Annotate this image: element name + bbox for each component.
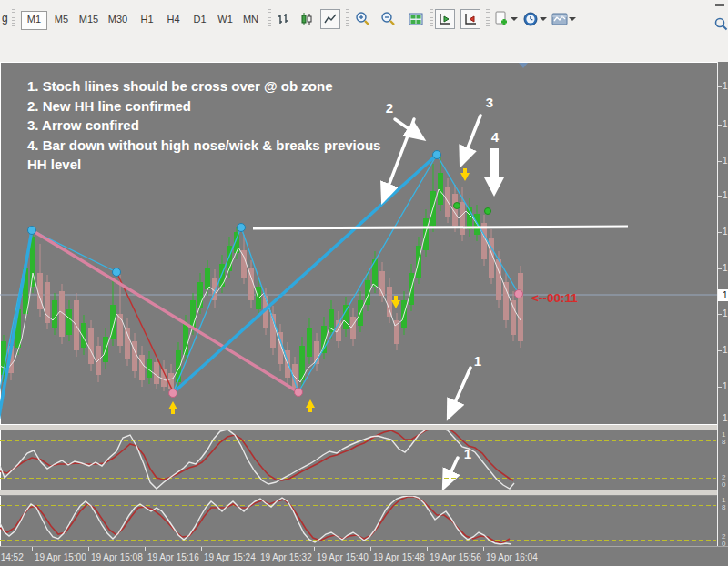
time-axis-tick bbox=[88, 547, 89, 551]
current-price-label: 1 bbox=[718, 289, 728, 301]
toolbar: g M1 M5 M15 M30 H1 H4 D1 W1 MN bbox=[0, 0, 728, 35]
time-axis[interactable]: 19 Apr 14:5219 Apr 15:0019 Apr 15:0819 A… bbox=[0, 546, 728, 566]
candle-body bbox=[88, 328, 94, 364]
zigzag-low-dot bbox=[295, 389, 303, 397]
price-tick bbox=[718, 196, 722, 197]
timeframe-m15-button[interactable]: M15 bbox=[76, 11, 101, 28]
annotation-number-label: 3 bbox=[486, 95, 493, 110]
time-axis-label: 19 Apr 15:16 bbox=[147, 552, 199, 562]
time-axis-label: 19 Apr 15:24 bbox=[204, 552, 256, 562]
time-axis-tick bbox=[258, 547, 258, 551]
timeframe-m5-button[interactable]: M5 bbox=[49, 11, 74, 28]
zigzag-high-dot bbox=[433, 151, 441, 159]
annotation-block-arrow[interactable] bbox=[484, 148, 504, 197]
time-axis-label: 19 Apr 15:32 bbox=[260, 552, 312, 562]
candle-countdown-timer: <--00:11 bbox=[531, 291, 578, 305]
candlestick-chart-icon[interactable] bbox=[297, 9, 317, 29]
time-axis-tick bbox=[370, 547, 371, 551]
stoch-scale-label: 0 bbox=[722, 540, 725, 546]
zigzag-thin-line bbox=[241, 227, 298, 392]
timeframe-w1-button[interactable]: W1 bbox=[213, 11, 238, 28]
zigzag-high-dot bbox=[113, 268, 121, 277]
annotation-number-label: 4 bbox=[491, 129, 500, 145]
zoom-out-icon[interactable] bbox=[379, 9, 399, 29]
search-magnifier-icon[interactable] bbox=[713, 16, 728, 35]
candle-body bbox=[197, 282, 203, 308]
zoom-in-icon[interactable] bbox=[353, 9, 373, 29]
price-label: 1 bbox=[723, 81, 728, 91]
timeframe-h4-button[interactable]: H4 bbox=[161, 11, 186, 28]
candle-body bbox=[460, 202, 465, 235]
stoch-signal-line bbox=[0, 428, 513, 480]
price-tick bbox=[718, 268, 722, 269]
candle-body bbox=[511, 300, 516, 335]
panel-separator[interactable] bbox=[0, 490, 728, 496]
time-axis-label: 19 Apr 15:00 bbox=[35, 552, 86, 562]
zigzag-high-dot bbox=[28, 227, 36, 235]
annotation-arrow[interactable] bbox=[461, 116, 480, 164]
toolbar-grip[interactable] bbox=[346, 9, 349, 27]
zigzag-low-dot bbox=[169, 389, 177, 398]
candle-body bbox=[190, 300, 196, 328]
templates-icon[interactable] bbox=[550, 9, 570, 29]
auto-scroll-icon[interactable] bbox=[435, 9, 455, 29]
stoch-scale-label: 8 bbox=[722, 438, 725, 446]
bar-chart-icon[interactable] bbox=[273, 9, 293, 29]
candle-body bbox=[125, 328, 130, 359]
indicators-add-icon[interactable] bbox=[491, 9, 511, 29]
time-axis-label: 19 Apr 15:48 bbox=[373, 552, 425, 562]
price-label: 1 bbox=[723, 381, 728, 391]
annotation-arrow[interactable] bbox=[444, 458, 458, 487]
price-tick bbox=[718, 419, 722, 419]
price-scale[interactable]: 1111111111118201820 bbox=[717, 62, 728, 546]
buy-arrow-icon bbox=[306, 399, 315, 412]
panel-separator[interactable] bbox=[0, 424, 728, 430]
zigzag-thin-line bbox=[437, 155, 519, 294]
price-label: 1 bbox=[723, 119, 728, 129]
time-axis-tick bbox=[427, 547, 428, 551]
timeframe-m30-button[interactable]: M30 bbox=[106, 11, 130, 28]
partial-toolbar-button[interactable]: g bbox=[2, 12, 8, 25]
time-axis-label: 19 Apr 14:52 bbox=[0, 552, 24, 562]
annotation-arrow[interactable] bbox=[449, 368, 470, 417]
toolbar-grip[interactable] bbox=[430, 9, 433, 27]
candle-body bbox=[387, 287, 392, 317]
toolbar-grip[interactable] bbox=[12, 9, 15, 27]
timeframe-d1-button[interactable]: D1 bbox=[187, 11, 212, 28]
price-tick bbox=[718, 161, 722, 162]
price-label: 1 bbox=[723, 227, 728, 237]
price-tick bbox=[718, 387, 722, 388]
time-axis-tick bbox=[483, 547, 484, 551]
periods-dropdown-caret[interactable] bbox=[540, 17, 547, 21]
timeframe-m1-button[interactable]: M1 bbox=[21, 11, 47, 30]
price-label: 1 bbox=[723, 345, 728, 355]
time-axis-tick bbox=[201, 547, 202, 551]
sell-arrow-icon bbox=[391, 296, 400, 308]
toolbar-grip[interactable] bbox=[486, 9, 490, 27]
tile-windows-icon[interactable] bbox=[406, 9, 426, 29]
zigzag-low-dot bbox=[515, 290, 523, 298]
minimize-button[interactable] bbox=[715, 4, 724, 6]
price-label: 1 bbox=[723, 413, 728, 423]
indicators-dropdown-caret[interactable] bbox=[511, 17, 518, 21]
candle-body bbox=[518, 273, 523, 341]
hh-level-line[interactable] bbox=[253, 227, 628, 228]
templates-dropdown-caret[interactable] bbox=[569, 17, 576, 21]
zigzag-thin-line bbox=[173, 227, 241, 393]
periods-clock-icon[interactable] bbox=[521, 9, 541, 29]
time-axis-label: 19 Apr 15:08 bbox=[91, 552, 143, 562]
time-axis-label: 19 Apr 15:40 bbox=[317, 552, 369, 562]
chart-shift-icon[interactable] bbox=[460, 9, 480, 29]
candle-body bbox=[307, 328, 312, 357]
time-axis-tick bbox=[32, 547, 33, 551]
candle-body bbox=[139, 355, 145, 380]
price-tick bbox=[718, 125, 722, 126]
candle-body bbox=[154, 362, 159, 384]
line-chart-icon[interactable] bbox=[320, 9, 340, 29]
toolbar-grip[interactable] bbox=[268, 9, 271, 27]
mt4-window: g M1 M5 M15 M30 H1 H4 D1 W1 MN bbox=[0, 0, 728, 566]
price-tick bbox=[718, 314, 722, 315]
price-label: 1 bbox=[723, 263, 728, 273]
timeframe-mn-button[interactable]: MN bbox=[238, 11, 263, 28]
timeframe-h1-button[interactable]: H1 bbox=[135, 11, 159, 28]
